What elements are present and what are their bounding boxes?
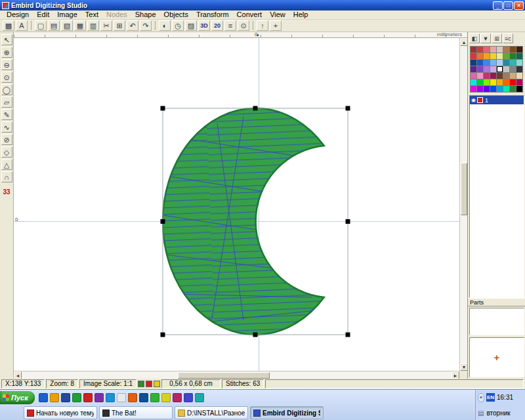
palette-swatch-47[interactable] — [516, 79, 523, 86]
parts-list[interactable] — [469, 308, 524, 335]
palette-swatch-48[interactable] — [471, 86, 477, 93]
selection-handle[interactable] — [253, 106, 258, 111]
start-button[interactable]: Пуск — [0, 391, 35, 404]
palette-swatch-30[interactable] — [510, 66, 516, 73]
selection-handle[interactable] — [346, 333, 350, 337]
palette-swatch-17[interactable] — [477, 60, 484, 66]
quicklaunch-icon-2[interactable] — [61, 393, 70, 402]
palette-grid-button[interactable]: ⊞ — [492, 33, 502, 43]
palette-swatch-26[interactable] — [484, 66, 490, 73]
maximize-button[interactable]: □ — [503, 1, 513, 10]
tray-collapse-button[interactable]: « — [478, 393, 484, 402]
palette-swatch-25[interactable] — [477, 66, 484, 73]
new-design-icon[interactable]: ▢ — [35, 20, 47, 31]
zoom-in-tool-icon[interactable]: ⊕ — [1, 47, 12, 58]
selection-handle[interactable] — [346, 219, 350, 224]
undo-icon[interactable]: ↶ — [127, 20, 138, 31]
palette-swatch-22[interactable] — [510, 60, 516, 66]
open-design-icon[interactable]: ▤ — [48, 20, 60, 31]
language-indicator[interactable]: EN — [486, 393, 495, 402]
palette-swatch-11[interactable] — [490, 53, 497, 60]
grid-20-icon[interactable]: 20 — [211, 20, 223, 31]
quicklaunch-icon-0[interactable] — [39, 393, 48, 402]
copy-icon[interactable]: ⊞ — [114, 20, 125, 31]
taskbar-task[interactable]: Начать новую тему :: В... — [24, 406, 97, 419]
quicklaunch-icon-1[interactable] — [50, 393, 59, 402]
quicklaunch-icon-14[interactable] — [195, 393, 204, 402]
ellipse-tool-icon[interactable]: ◯ — [1, 84, 12, 95]
palette-mode-button[interactable]: ◧ — [469, 33, 480, 43]
arc-tool-icon[interactable]: ∩ — [1, 171, 12, 182]
layers-icon[interactable]: ≡ — [224, 20, 236, 31]
quicklaunch-icon-3[interactable] — [72, 393, 81, 402]
zoom-out-tool-icon[interactable]: ⊖ — [1, 59, 12, 70]
palette-swatch-50[interactable] — [484, 86, 490, 93]
quicklaunch-icon-5[interactable] — [94, 393, 104, 402]
menu-design[interactable]: Design — [3, 10, 33, 19]
palette-dropdown-button[interactable]: ▼ — [480, 33, 491, 43]
palette-swatch-20[interactable] — [497, 60, 503, 66]
menu-text[interactable]: Text — [81, 10, 102, 19]
quicklaunch-icon-7[interactable] — [117, 393, 126, 402]
palette-swatch-55[interactable] — [516, 86, 523, 93]
palette-swatch-43[interactable] — [490, 79, 497, 86]
outline-tool-icon[interactable]: ◇ — [1, 146, 12, 158]
taskbar-task[interactable]: D:\INSTALL\Разное\Embird — [175, 406, 248, 419]
selection-handle[interactable] — [161, 106, 165, 111]
palette-swatch-33[interactable] — [477, 73, 484, 79]
palette-swatch-45[interactable] — [503, 79, 510, 86]
palette-swatch-51[interactable] — [490, 86, 497, 93]
menu-convert[interactable]: Convert — [233, 10, 266, 19]
palette-swatch-39[interactable] — [516, 73, 523, 79]
palette-swatch-31[interactable] — [516, 66, 523, 73]
palette-swatch-36[interactable] — [497, 73, 503, 79]
quicklaunch-icon-9[interactable] — [139, 393, 148, 402]
redo-icon[interactable]: ↷ — [140, 20, 152, 31]
fill-tool-icon[interactable]: △ — [1, 159, 12, 170]
import-image-icon[interactable]: ▧ — [61, 20, 73, 31]
selection-handle[interactable] — [253, 333, 258, 337]
close-button[interactable]: ✕ — [514, 1, 524, 10]
selection-handle[interactable] — [161, 219, 165, 224]
simulate-icon[interactable]: ◷ — [172, 20, 184, 31]
shape-tool-icon[interactable]: ▱ — [1, 96, 12, 108]
palette-swatch-4[interactable] — [497, 47, 503, 53]
taskbar-task[interactable]: The Bat! — [99, 406, 173, 419]
palette-swatch-42[interactable] — [484, 79, 490, 86]
view-3d-icon[interactable]: 3D — [198, 20, 210, 31]
quicklaunch-icon-12[interactable] — [173, 393, 182, 402]
menu-image[interactable]: Image — [53, 10, 81, 19]
palette-swatch-0[interactable] — [471, 47, 477, 53]
menu-shape[interactable]: Shape — [131, 10, 160, 19]
target-icon[interactable]: ⊙ — [238, 20, 249, 31]
menu-edit[interactable]: Edit — [33, 10, 53, 19]
palette-swatch-46[interactable] — [510, 79, 516, 86]
vertical-scrollbar[interactable]: ▲ ▼ — [459, 38, 467, 371]
save-design-icon[interactable]: ▦ — [74, 20, 86, 31]
knife-tool-icon[interactable]: ⊘ — [1, 134, 12, 145]
object-list[interactable]: ◉ 1 — [469, 95, 524, 298]
palette-swatch-1[interactable] — [477, 47, 484, 53]
palette-swatch-13[interactable] — [503, 53, 510, 60]
palette-swatch-18[interactable] — [484, 60, 490, 66]
palette-swatch-3[interactable] — [490, 47, 497, 53]
zoom-window-tool-icon[interactable]: ⊙ — [1, 72, 12, 83]
mesh-icon[interactable]: ▨ — [185, 20, 197, 31]
palette-swatch-5[interactable] — [503, 47, 510, 53]
vertical-scroll-thumb[interactable] — [461, 163, 467, 215]
palette-swatch-28[interactable] — [497, 66, 503, 73]
palette-swatch-40[interactable] — [471, 79, 477, 86]
palette-swatch-7[interactable] — [516, 47, 523, 53]
quicklaunch-icon-6[interactable] — [106, 393, 115, 402]
palette-swatch-35[interactable] — [490, 73, 497, 79]
palette-swatch-14[interactable] — [510, 53, 516, 60]
selection-handle[interactable] — [346, 106, 350, 111]
palette-swatch-16[interactable] — [471, 60, 477, 66]
quicklaunch-icon-11[interactable] — [161, 393, 171, 402]
palette-swatch-23[interactable] — [516, 60, 523, 66]
palette-swatch-29[interactable] — [503, 66, 510, 73]
cut-icon[interactable]: ✂ — [100, 20, 112, 31]
quicklaunch-icon-4[interactable] — [83, 393, 93, 402]
horizontal-scroll-thumb[interactable] — [178, 372, 270, 379]
crosshair-tool-icon[interactable]: + — [270, 20, 282, 31]
